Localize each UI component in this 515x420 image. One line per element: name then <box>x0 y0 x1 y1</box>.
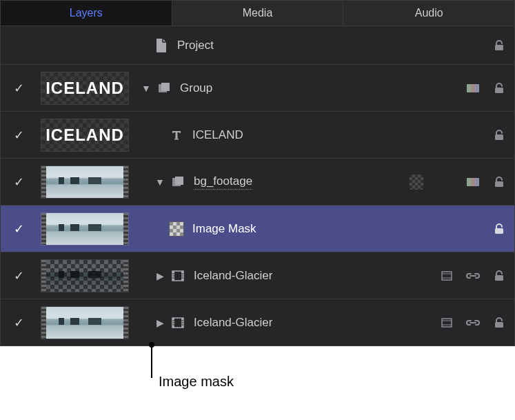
video-clip-icon <box>170 315 185 330</box>
lock-icon[interactable] <box>492 269 506 283</box>
tab-audio[interactable]: Audio <box>343 1 514 26</box>
document-icon <box>154 38 169 53</box>
row-label: Iceland-Glacier <box>194 316 272 330</box>
visibility-checkbox[interactable]: ✓ <box>12 176 25 188</box>
layer-rows: Project ✓ ICELAND ▼ <box>1 26 514 346</box>
link-icon[interactable] <box>466 269 480 283</box>
lock-icon[interactable] <box>492 222 506 236</box>
thumbnail[interactable] <box>41 259 129 292</box>
svg-rect-42 <box>495 322 503 328</box>
svg-rect-6 <box>495 88 503 93</box>
svg-rect-14 <box>495 228 503 234</box>
disclosure-triangle[interactable]: ▶ <box>154 270 166 281</box>
thumbnail[interactable] <box>41 166 129 199</box>
lock-icon[interactable] <box>492 316 506 330</box>
lock-icon[interactable] <box>492 81 506 95</box>
lock-icon[interactable] <box>492 39 506 52</box>
svg-rect-24 <box>442 272 452 280</box>
visibility-checkbox[interactable]: ✓ <box>12 223 25 235</box>
svg-rect-11 <box>471 178 476 186</box>
callout: Image mask <box>0 346 515 401</box>
tab-bar: Layers Media Audio <box>1 1 514 26</box>
lock-icon[interactable] <box>492 128 506 142</box>
thumbnail[interactable] <box>41 306 129 339</box>
row-glacier-1[interactable]: ✓ ▶ Iceland-Glacier <box>1 252 514 299</box>
disclosure-triangle[interactable]: ▶ <box>154 317 166 328</box>
row-label: bg_footage <box>194 174 252 190</box>
row-image-mask[interactable]: ✓ Image Mask <box>1 205 514 252</box>
row-label: Group <box>180 81 212 95</box>
svg-rect-7 <box>495 134 503 140</box>
blend-icon[interactable] <box>466 175 480 189</box>
disclosure-triangle[interactable]: ▼ <box>154 177 166 188</box>
row-bg-footage[interactable]: ✓ ▼ bg_footage <box>1 158 514 205</box>
row-label: Iceland-Glacier <box>194 269 272 283</box>
row-glacier-2[interactable]: ✓ ▶ Iceland-Glacier <box>1 299 514 346</box>
svg-rect-0 <box>495 45 503 50</box>
visibility-checkbox[interactable]: ✓ <box>12 82 25 94</box>
row-label: ICELAND <box>192 128 243 142</box>
visibility-checkbox[interactable]: ✓ <box>12 270 25 282</box>
blend-icon[interactable] <box>466 81 480 95</box>
callout-label: Image mask <box>159 374 234 390</box>
tab-layers[interactable]: Layers <box>1 1 172 26</box>
layers-panel: Layers Media Audio Project ✓ <box>0 0 515 346</box>
svg-rect-28 <box>495 275 503 281</box>
thumb-text: ICELAND <box>46 72 123 104</box>
lock-icon[interactable] <box>492 175 506 189</box>
filmstrip-icon[interactable] <box>440 316 454 330</box>
svg-rect-9 <box>175 177 183 185</box>
link-icon[interactable] <box>466 316 480 330</box>
svg-rect-2 <box>161 83 170 91</box>
text-layer-icon <box>169 128 184 143</box>
thumb-text: ICELAND <box>46 119 123 151</box>
group-icon <box>156 81 172 96</box>
row-iceland-text[interactable]: ✓ ICELAND ICELAND <box>1 111 514 158</box>
row-project[interactable]: Project <box>1 26 514 64</box>
row-label: Image Mask <box>192 222 256 236</box>
visibility-checkbox[interactable]: ✓ <box>12 129 25 141</box>
row-label: Project <box>177 39 214 52</box>
disclosure-triangle[interactable]: ▼ <box>140 83 152 94</box>
svg-rect-4 <box>471 84 476 92</box>
svg-rect-5 <box>475 84 479 92</box>
video-clip-icon <box>170 268 185 283</box>
svg-rect-13 <box>495 181 503 187</box>
svg-rect-12 <box>475 178 479 186</box>
mask-indicator-icon[interactable] <box>410 175 423 189</box>
svg-rect-3 <box>467 84 472 92</box>
visibility-checkbox[interactable]: ✓ <box>12 317 25 329</box>
image-mask-icon <box>169 221 184 237</box>
group-icon <box>170 174 185 190</box>
thumbnail[interactable]: ICELAND <box>41 119 129 152</box>
thumbnail[interactable]: ICELAND <box>41 72 129 105</box>
svg-rect-38 <box>442 319 452 327</box>
filmstrip-icon[interactable] <box>440 269 454 283</box>
tab-media[interactable]: Media <box>172 1 344 26</box>
row-group[interactable]: ✓ ICELAND ▼ Group <box>1 64 514 111</box>
svg-rect-10 <box>467 178 472 186</box>
callout-line <box>151 346 152 378</box>
thumbnail[interactable] <box>41 212 129 246</box>
